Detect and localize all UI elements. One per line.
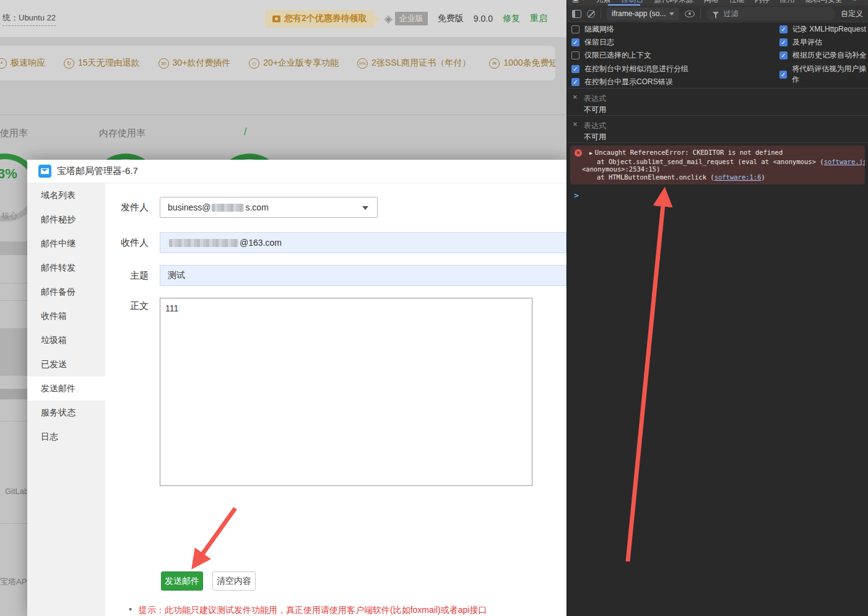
- checkbox[interactable]: ✓: [571, 65, 579, 73]
- source-link[interactable]: software.js?v=17: [824, 158, 865, 165]
- checkbox[interactable]: ✓: [571, 51, 579, 59]
- checkbox[interactable]: ✓: [571, 78, 579, 86]
- expression-placeholder[interactable]: 表达式: [584, 93, 606, 104]
- coupon-label: 您有2个优惠券待领取: [284, 13, 367, 24]
- tab-performance[interactable]: 性能: [729, 0, 744, 5]
- setting-user-activation[interactable]: ✓将代码评估视为用户操作: [779, 64, 868, 85]
- dialog-header: 宝塔邮局管理器-6.7: [27, 160, 566, 183]
- recipient-input[interactable]: @163.com: [160, 232, 566, 253]
- sidebar-item-mail-bcc[interactable]: 邮件秘抄: [27, 207, 105, 232]
- body-textarea[interactable]: 111: [160, 298, 532, 486]
- mail-app-icon: [38, 165, 51, 178]
- promo-label: 2张SSL商用证书（年付）: [371, 58, 471, 69]
- console-toolbar: iframe-app (so... 过滤 自定义: [567, 6, 868, 22]
- customize-levels-label[interactable]: 自定义: [841, 9, 863, 19]
- expand-triangle-icon[interactable]: ▶: [589, 150, 592, 156]
- checkbox[interactable]: ✓: [779, 51, 788, 59]
- checkbox[interactable]: ✓: [571, 38, 579, 46]
- checkbox[interactable]: ✓: [779, 25, 788, 33]
- diamond-icon: ◈: [384, 12, 393, 25]
- enterprise-badge[interactable]: 企业版: [395, 12, 428, 25]
- top-bar-right: 您有2个优惠券待领取 ◈ 企业版 免费版 9.0.0 修复 重启: [265, 9, 547, 28]
- load-gauge-slash: /: [244, 126, 246, 137]
- sender-value-prefix: business@: [168, 202, 210, 212]
- setting-group-similar[interactable]: ✓在控制台中对相似消息进行分组: [571, 64, 688, 74]
- setting-label: 隐藏网络: [584, 24, 614, 35]
- redacted-text: [212, 204, 244, 212]
- close-icon[interactable]: ×: [573, 92, 578, 102]
- sidebar-item-mail-forward[interactable]: 邮件转发: [27, 256, 105, 280]
- promo-label: 15天无理由退款: [78, 58, 140, 69]
- coupon-badge[interactable]: 您有2个优惠券待领取: [265, 10, 375, 28]
- restart-link[interactable]: 重启: [530, 13, 547, 24]
- setting-autocomplete-history[interactable]: ✓根据历史记录自动补全: [779, 50, 867, 61]
- sidebar-item-service-status[interactable]: 服务状态: [27, 401, 105, 425]
- ssl-icon: SSL: [357, 58, 368, 69]
- tab-sources[interactable]: 源代码/来源: [654, 0, 693, 5]
- setting-hide-network[interactable]: ✓隐藏网络: [571, 24, 614, 35]
- sender-select[interactable]: business@s.com: [160, 197, 378, 218]
- promo-item[interactable]: ↻15天无理由退款: [64, 58, 140, 69]
- sidebar-item-sent[interactable]: 已发送: [27, 352, 105, 376]
- sidebar-item-mail-relay[interactable]: 邮件中继: [27, 232, 105, 256]
- sidebar-item-domain-list[interactable]: 域名列表: [27, 183, 105, 207]
- device-toolbar-icon[interactable]: ▣ ⌖: [572, 0, 585, 5]
- checkbox[interactable]: ✓: [571, 25, 579, 33]
- expression-placeholder[interactable]: 表达式: [584, 121, 606, 131]
- create-live-expression-icon[interactable]: [685, 11, 695, 17]
- active-tab-underline: [608, 4, 640, 6]
- setting-show-cors[interactable]: ✓在控制台中显示CORS错误: [571, 77, 673, 87]
- console-filter-input[interactable]: 过滤: [706, 7, 835, 20]
- live-expression[interactable]: × 表达式 不可用: [567, 116, 868, 143]
- setting-label: 在控制台中显示CORS错误: [584, 77, 673, 87]
- enterprise-feature-icon: ◇: [249, 58, 259, 69]
- promo-bar: ⌖极速响应 ↻15天无理由退款 3030+款付费插件 ◇20+企业版专享功能 S…: [0, 46, 555, 80]
- tab-application[interactable]: 应用: [780, 0, 795, 5]
- checkbox[interactable]: ✓: [779, 71, 787, 79]
- divider: [700, 9, 701, 19]
- subject-input[interactable]: 测试: [160, 265, 566, 286]
- console-sidebar-icon[interactable]: [572, 10, 581, 18]
- close-icon[interactable]: ×: [573, 119, 578, 129]
- promo-item[interactable]: ◇20+企业版专享功能: [249, 58, 339, 69]
- tab-memory[interactable]: 内存: [755, 0, 770, 5]
- promo-item[interactable]: ⌖极速响应: [0, 58, 45, 69]
- promo-item[interactable]: ✉1000条免费短信（年付）: [489, 58, 555, 69]
- context-selector[interactable]: iframe-app (so...: [607, 7, 679, 20]
- sidebar-item-send-mail[interactable]: 发送邮件: [27, 376, 105, 401]
- console-prompt[interactable]: >: [567, 187, 868, 200]
- sidebar-item-mail-backup[interactable]: 邮件备份: [27, 280, 105, 304]
- console-error-message[interactable]: × ▶Uncaught ReferenceError: CKEDITOR is …: [570, 145, 865, 184]
- sidebar-item-spam[interactable]: 垃圾箱: [27, 328, 105, 352]
- subject-value: 测试: [168, 270, 185, 281]
- checkbox[interactable]: ✓: [779, 38, 788, 46]
- setting-preserve-log[interactable]: ✓保留日志: [571, 37, 614, 48]
- repair-link[interactable]: 修复: [503, 13, 520, 24]
- redacted-text: [169, 239, 238, 247]
- tip-text: 提示：此功能只建议测试发件功能用，真正使用请使用客户端软件(比如foxmail)…: [139, 605, 487, 616]
- setting-label: 保留日志: [584, 37, 614, 48]
- tab-network[interactable]: 网络: [704, 0, 719, 5]
- context-selector-value: iframe-app (so...: [612, 9, 666, 18]
- setting-eager-evaluation[interactable]: ✓及早评估: [779, 37, 822, 48]
- devtools-panel: ▣ ⌖ 元素 控制台 源代码/来源 网络 性能 内存 应用 隐私与安全 » if…: [566, 0, 868, 616]
- live-expression[interactable]: × 表达式 不可用: [567, 89, 868, 116]
- console-settings: ✓隐藏网络 ✓保留日志 ✓仅限已选择的上下文 ✓在控制台中对相似消息进行分组 ✓…: [567, 22, 868, 89]
- promo-item[interactable]: 3030+款付费插件: [158, 58, 231, 69]
- tab-privacy[interactable]: 隐私与安全: [805, 0, 843, 5]
- send-mail-button[interactable]: 发送邮件: [161, 571, 203, 591]
- sidebar-item-inbox[interactable]: 收件箱: [27, 304, 105, 328]
- chevron-down-icon: [669, 12, 674, 15]
- tab-more-icon[interactable]: »: [853, 0, 857, 5]
- setting-selected-context-only[interactable]: ✓仅限已选择的上下文: [571, 50, 651, 61]
- system-label[interactable]: 统：Ubuntu 22: [2, 12, 56, 26]
- clear-content-button[interactable]: 清空内容: [212, 571, 256, 591]
- sender-label: 发件人: [102, 202, 149, 214]
- promo-item[interactable]: SSL2张SSL商用证书（年付）: [357, 58, 471, 69]
- clear-console-icon[interactable]: [587, 10, 595, 18]
- cpu-gauge-title: 使用率: [0, 128, 28, 139]
- setting-log-xhr[interactable]: ✓记录 XMLHttpRequest: [779, 24, 866, 35]
- sidebar-item-logs[interactable]: 日志: [27, 425, 105, 449]
- source-link[interactable]: software:1:6: [714, 173, 762, 181]
- dialog-title: 宝塔邮局管理器-6.7: [57, 165, 138, 177]
